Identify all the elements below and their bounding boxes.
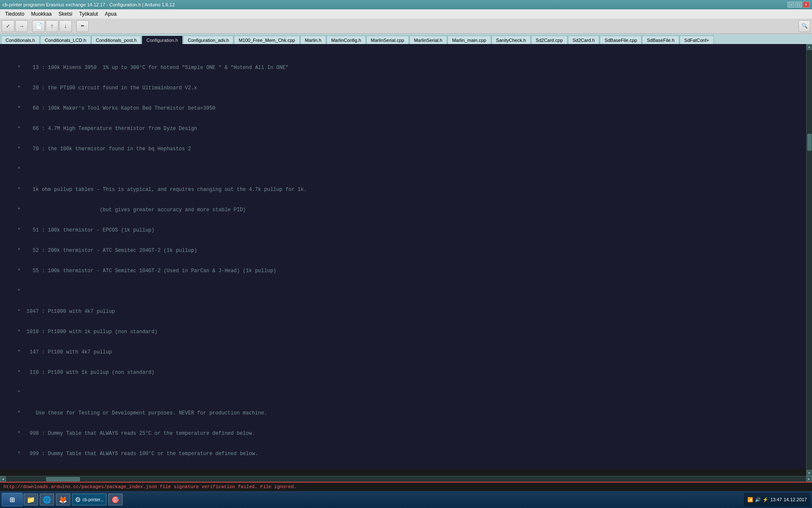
scroll-track-v[interactable] [807,50,812,470]
line-12: * [0,288,806,295]
line-7: * 1k ohm pullup tables - This is atypica… [0,186,806,193]
scroll-track-h[interactable] [6,477,806,482]
line-11: * 55 : 100k thermistor - ATC Semitec 104… [0,268,806,274]
taskbar-item-app5[interactable]: 🎯 [108,494,123,505]
verify-button[interactable]: ✓ [2,20,14,32]
start-button[interactable]: ⊞ [2,493,23,506]
horizontal-scrollbar[interactable]: ◀ ▶ [0,476,812,482]
taskbar: ⊞ 📁 🌐 🦊 ⚙ cb-printer... 🎯 📶 🔊 ⚡ 13:47 14… [0,491,812,508]
tab-marlin-main-cpp[interactable]: Marlin_main.cpp [447,36,491,44]
menu-muokkaa[interactable]: Muokkaa [28,10,55,18]
scroll-right-button[interactable]: ▶ [806,476,812,482]
vertical-scrollbar[interactable]: ▲ ▼ [806,44,812,476]
tab-configuration-adv-h[interactable]: Configuration_adv.h [183,36,234,44]
taskbar-item-arduino[interactable]: ⚙ cb-printer... [72,494,107,505]
app5-icon: 🎯 [111,496,120,504]
line-16: * 110 : Pt100 with 1k pullup (non standa… [0,369,806,376]
tab-marlinconfig-h[interactable]: MarlinConfig.h [326,36,366,44]
network-icon: 📶 [747,497,753,502]
battery-icon: ⚡ [763,497,768,502]
upload-button[interactable]: → [15,20,28,32]
close-button[interactable]: ✕ [803,2,809,8]
open-button[interactable]: ↑ [46,20,58,32]
taskbar-arduino-label: cb-printer... [82,497,104,502]
taskbar-item-browser2[interactable]: 🦊 [56,494,70,505]
line-1: * 13 : 100k Hisens 3950 1% up to 300°C f… [0,64,806,71]
line-17: * [0,389,806,396]
system-tray: 📶 🔊 ⚡ 13:47 14.12.2017 [744,493,810,506]
line-15: * 147 : Pt100 with 4k7 pullup [0,349,806,356]
tab-sdbasefile-cpp[interactable]: SdBaseFile.cpp [600,36,642,44]
tab-sd2card-h[interactable]: Sd2Card.h [568,36,600,44]
scroll-down-button[interactable]: ▼ [807,470,812,476]
line-8: * (but gives greater accuracy and more s… [0,207,806,213]
title-bar-title: cb-printer programm Erasmus exchange 14.… [3,2,175,7]
tab-sanitycheck-h[interactable]: SanityCheck.h [491,36,531,44]
scroll-thumb-v[interactable] [807,134,812,151]
maximize-button[interactable]: □ [795,2,802,8]
scroll-left-button[interactable]: ◀ [0,476,6,482]
tab-marlin-h[interactable]: Marlin.h [300,36,326,44]
tab-configuration-h[interactable]: Configuration.h [142,36,183,44]
scroll-up-button[interactable]: ▲ [807,44,812,50]
tab-conditionals-h[interactable]: Conditionals.h [1,36,40,44]
tab-sd2card-cpp[interactable]: Sd2Card.cpp [531,36,568,44]
line-4: * 66 : 4.7M High Temperature thermistor … [0,125,806,132]
line-6: * [0,166,806,173]
line-14: * 1010 : Pt1000 with 1k pullup (non stan… [0,329,806,335]
line-9: * 51 : 100k thermistor - EPCOS (1k pullu… [0,227,806,234]
browser-icon: 🌐 [43,496,51,504]
serial-monitor-button[interactable]: ⬅ [76,20,89,32]
menu-sketsi[interactable]: Sketsi [55,10,76,18]
line-19: * 998 : Dummy Table that ALWAYS reads 25… [0,430,806,437]
minimize-button[interactable]: ─ [787,2,794,8]
tab-marlinserial-h[interactable]: MarlinSerial.h [409,36,447,44]
tab-conditionals-lcd-h[interactable]: Conditionals_LCD.h [40,36,91,44]
line-20: * 999 : Dummy Table that ALWAYS reads 10… [0,450,806,457]
editor[interactable]: * 13 : 100k Hisens 3950 1% up to 300°C f… [0,44,806,469]
search-button[interactable]: 🔍 [798,20,810,32]
date: 14.12.2017 [784,497,807,502]
menu-tyokalut[interactable]: Työkalut [76,10,102,18]
firefox-icon: 🦊 [59,496,67,504]
line-2: * 20 : the PT100 circuit found in the Ul… [0,85,806,91]
line-10: * 52 : 200k thermistor - ATC Semitec 204… [0,247,806,254]
editor-wrapper: * 13 : 100k Hisens 3950 1% up to 300°C f… [0,44,812,508]
menu-tiedosto[interactable]: Tiedosto [2,10,28,18]
title-bar: cb-printer programm Erasmus exchange 14.… [0,0,812,9]
main-area: * 13 : 100k Hisens 3950 1% up to 300°C f… [0,44,812,476]
arduino-icon: ⚙ [75,496,81,504]
save-button[interactable]: ↓ [59,20,72,32]
line-5: * 70 : the 100k thermistor found in the … [0,146,806,152]
tab-sdbasefile-h[interactable]: SdBaseFile.h [642,36,679,44]
taskbar-item-folder[interactable]: 📁 [24,494,38,505]
menu-apua[interactable]: Apua [102,10,120,18]
line-3: * 60 : 100k Maker's Tool Works Kapton Be… [0,105,806,112]
clock: 13:47 [770,497,782,502]
console-error-message: http://downloads.arduino.cc/packages/pac… [3,484,296,489]
tab-m100-free-mem[interactable]: M100_Free_Mem_Chk.cpp [234,36,299,44]
editor-content: * 13 : 100k Hisens 3950 1% up to 300°C f… [0,44,806,469]
folder-icon: 📁 [27,496,35,504]
toolbar: ✓ → 📄 ↑ ↓ ⬅ 🔍 [0,19,812,34]
new-button[interactable]: 📄 [32,20,45,32]
tabs-bar: Conditionals.h Conditionals_LCD.h Condit… [0,34,812,44]
tab-conditionals-post-h[interactable]: Conditionals_post.h [91,36,142,44]
tab-marlinserial-cpp[interactable]: MarlinSerial.cpp [366,36,409,44]
tab-sdfatconf[interactable]: SdFatConf+ [680,36,714,44]
scroll-thumb-h[interactable] [46,477,80,481]
menu-bar: Tiedosto Muokkaa Sketsi Työkalut Apua [0,9,812,19]
line-13: * 1047 : Pt1000 with 4k7 pullup [0,308,806,315]
taskbar-item-browser1[interactable]: 🌐 [40,494,54,505]
line-18: * Use these for Testing or Development p… [0,410,806,417]
window-controls: ─ □ ✕ [787,2,809,8]
volume-icon: 🔊 [755,497,761,502]
